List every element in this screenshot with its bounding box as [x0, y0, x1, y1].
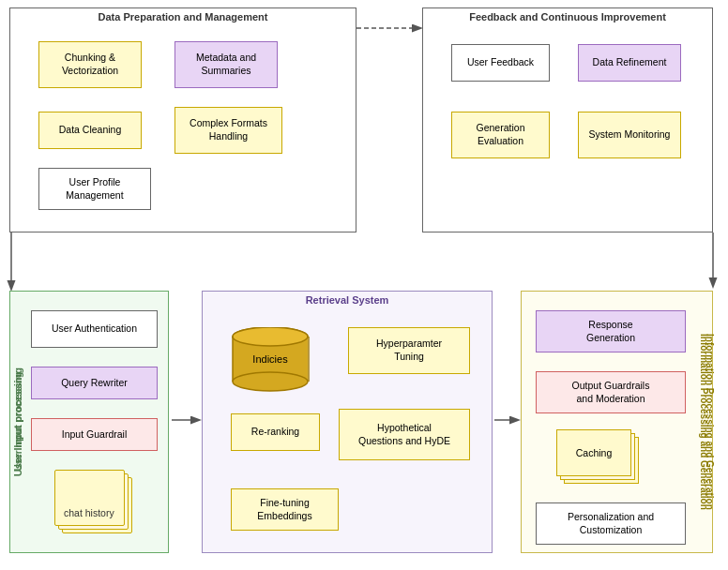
hyperparameter-node: Hyperparamter Tuning — [348, 327, 470, 374]
user-input-section: User Input processing User Authenticatio… — [9, 291, 169, 553]
reranking-node: Re-ranking — [231, 413, 320, 451]
user-profile-node: User Profile Management — [38, 168, 151, 210]
output-guardrails-node: Output Guardrails and Moderation — [536, 371, 686, 413]
data-refinement-node: Data Refinement — [578, 44, 681, 82]
system-monitoring-node: System Monitoring — [578, 112, 681, 158]
finetuning-node: Fine-tuning Embeddings — [231, 488, 339, 531]
svg-point-10 — [233, 327, 308, 346]
caching-stack: Caching — [554, 428, 648, 488]
svg-point-9 — [233, 372, 308, 391]
query-rewriter-node: Query Rewriter — [31, 367, 158, 399]
generation-eval-node: Generation Evaluation — [451, 112, 550, 158]
svg-text:Indicies: Indicies — [252, 353, 288, 365]
personalization-node: Personalization and Customization — [536, 502, 686, 545]
data-cleaning-node: Data Cleaning — [38, 112, 142, 149]
user-auth-node: User Authentication — [31, 310, 158, 348]
feedback-title: Feedback and Continuous Improvement — [423, 8, 712, 25]
retrieval-section: Retrieval System Indicies Hyperparamter … — [202, 291, 493, 553]
indicies-cylinder: Indicies — [231, 327, 311, 388]
complex-formats-node: Complex Formats Handling — [174, 107, 282, 154]
feedback-section: Feedback and Continuous Improvement User… — [422, 8, 713, 232]
diagram: Data Preparation and Management Chunking… — [0, 0, 728, 570]
user-feedback-node: User Feedback — [451, 44, 550, 82]
info-processing-section: Information Processing and Generation Re… — [521, 291, 713, 553]
retrieval-title: Retrieval System — [203, 292, 492, 308]
response-gen-node: Response Generation — [536, 310, 686, 352]
chat-history-label: chat history — [64, 507, 114, 518]
input-guardrail-node: Input Guardrail — [31, 418, 158, 451]
user-input-label: User Input processing — [12, 368, 25, 476]
info-processing-label: Information Processing and Generation — [699, 334, 709, 510]
chunking-node: Chunking & Vectorization — [38, 41, 142, 88]
metadata-node: Metadata and Summaries — [174, 41, 278, 88]
hypothetical-node: Hypothetical Questions and HyDE — [339, 409, 470, 460]
data-prep-title: Data Preparation and Management — [10, 8, 356, 25]
caching-label: Caching — [576, 447, 613, 458]
data-prep-section: Data Preparation and Management Chunking… — [9, 8, 356, 232]
chat-history-stack: chat history — [53, 468, 137, 538]
